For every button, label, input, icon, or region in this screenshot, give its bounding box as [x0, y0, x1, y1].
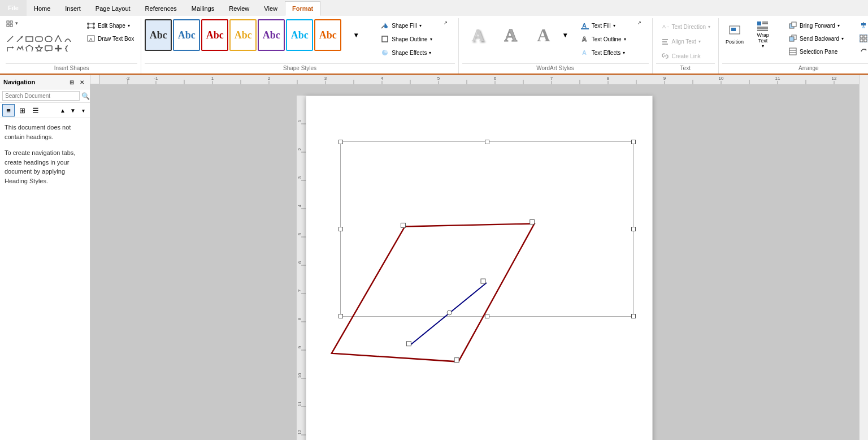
nav-down-button[interactable]: ▼ [68, 106, 77, 115]
align-text-button[interactable]: Align Text ▾ [657, 35, 714, 48]
freeform-tool[interactable] [15, 44, 24, 53]
text-direction-button[interactable]: A→ Text Direction ▾ [657, 20, 714, 33]
shape-style-7[interactable]: Abc [314, 19, 341, 51]
shape-style-4[interactable]: Abc [229, 19, 257, 51]
tab-view[interactable]: View [257, 1, 285, 16]
handle-top-left[interactable] [338, 140, 343, 144]
nav-dock-button[interactable]: ⊞ [67, 77, 76, 87]
nav-tab-headings[interactable]: ≡ [2, 104, 15, 117]
shape-style-3[interactable]: Abc [201, 19, 228, 51]
text-fill-button[interactable]: A Text Fill ▾ [577, 19, 630, 32]
text-fill-icon: A [580, 21, 589, 30]
handle-bottom-center[interactable] [485, 314, 489, 318]
svg-rect-101 [297, 96, 306, 440]
nav-tab-group: ≡ ⊞ ☰ [2, 104, 42, 117]
nav-options-button[interactable]: ▾ [79, 106, 88, 115]
nav-header: Navigation ⊞ ✕ [0, 75, 90, 89]
nav-tab-results[interactable]: ☰ [29, 104, 42, 117]
wrap-text-button[interactable]: Wrap Text ▾ [749, 19, 776, 49]
position-button[interactable]: Position [722, 19, 747, 49]
svg-rect-47 [789, 48, 796, 55]
plus-tool[interactable] [54, 44, 63, 53]
line-tool[interactable] [6, 34, 15, 43]
send-backward-button[interactable]: Send Backward ▾ [785, 32, 847, 45]
draw-text-box-button[interactable]: A Draw Text Box [83, 32, 137, 45]
nav-content: This document does not contain headings.… [0, 118, 90, 440]
handle-bottom-left[interactable] [338, 314, 343, 318]
bent-arrow-tool[interactable] [6, 44, 15, 53]
handle-top-right[interactable] [631, 140, 636, 144]
nav-up-button[interactable]: ▲ [58, 106, 67, 115]
rect-tool[interactable] [25, 34, 34, 43]
tab-home[interactable]: Home [27, 1, 58, 16]
pentagon-tool[interactable] [25, 44, 34, 53]
star-tool[interactable] [34, 44, 44, 53]
wordart-more[interactable]: ▾ [561, 19, 570, 51]
group-button[interactable]: Group ▾ [856, 32, 868, 45]
position-icon [727, 23, 743, 39]
tab-insert[interactable]: Insert [58, 1, 88, 16]
selection-pane-button[interactable]: Selection Pane [785, 45, 847, 58]
shape-style-5[interactable]: Abc [258, 19, 285, 51]
shape-styles-expand[interactable]: ↗ [437, 19, 455, 27]
callout-tool[interactable] [44, 44, 53, 53]
svg-marker-11 [12, 46, 14, 49]
text-outline-button[interactable]: A Text Outline ▾ [577, 33, 630, 45]
shape-style-more[interactable]: ▾ [342, 19, 370, 51]
tab-references[interactable]: References [138, 1, 184, 16]
svg-text:6: 6 [297, 261, 302, 264]
edit-shape-button[interactable]: Edit Shape ▾ [83, 19, 137, 32]
rounded-rect-tool[interactable] [34, 34, 44, 43]
triangle-tool[interactable] [54, 34, 63, 43]
svg-rect-46 [789, 37, 794, 41]
wordart-style-2[interactable]: A [495, 19, 527, 51]
arrow-tool[interactable] [15, 34, 24, 43]
document-area[interactable]: -2 -1 1 2 3 4 5 6 [90, 75, 859, 440]
rotate-button[interactable]: Rotate ▾ [856, 45, 868, 58]
align-button[interactable]: Align ▾ [856, 19, 868, 32]
wordart-style-3[interactable]: A [528, 19, 559, 51]
document-page[interactable]: Developerpublish.com [306, 96, 653, 440]
svg-point-19 [93, 27, 95, 29]
svg-point-18 [87, 27, 89, 29]
page-wrapper: 1 2 3 4 5 6 7 8 9 10 11 12 [285, 84, 664, 440]
tab-file[interactable]: File [0, 0, 27, 16]
shape-outline-button[interactable]: Shape Outline ▾ [377, 33, 435, 45]
wordart-content: A A A ▾ A Text Fill ▾ [462, 19, 649, 63]
svg-text:5: 5 [437, 76, 440, 81]
handle-bottom-right[interactable] [631, 314, 636, 318]
shape-style-1[interactable]: Abc [145, 19, 172, 51]
tab-format[interactable]: Format [285, 1, 320, 16]
bring-forward-button[interactable]: Bring Forward ▾ [785, 19, 847, 32]
handle-middle-left[interactable] [338, 227, 343, 231]
nav-tab-pages[interactable]: ⊞ [16, 104, 28, 117]
tab-review[interactable]: Review [222, 1, 257, 16]
shape-fill-button[interactable]: Shape Fill ▾ [377, 19, 435, 32]
shape-style-6[interactable]: Abc [286, 19, 313, 51]
shape-style-2[interactable]: Abc [173, 19, 200, 51]
search-input[interactable] [2, 91, 80, 101]
svg-text:9: 9 [663, 76, 666, 81]
ribbon-content: ▾ [0, 16, 868, 75]
tab-page-layout[interactable]: Page Layout [88, 1, 138, 16]
text-outline-icon: A [580, 34, 589, 44]
nav-close-button[interactable]: ✕ [77, 77, 86, 87]
brace-tool[interactable] [63, 44, 72, 53]
create-link-button[interactable]: Create Link [657, 50, 714, 62]
shape-effects-button[interactable]: Shape Effects ▾ [377, 46, 435, 59]
wordart-expand[interactable]: ↗ [631, 19, 649, 27]
handle-top-center[interactable] [485, 140, 489, 144]
svg-rect-53 [860, 35, 863, 38]
curve-tool[interactable] [63, 34, 72, 43]
ellipse-tool[interactable] [44, 34, 53, 43]
nav-controls: ⊞ ✕ [67, 77, 86, 87]
shape-grid-btn[interactable] [6, 19, 15, 28]
text-effects-button[interactable]: A Text Effects ▾ [577, 46, 630, 59]
ruler-container: -2 -1 1 2 3 4 5 6 [90, 75, 859, 84]
search-icon[interactable]: 🔍 [81, 92, 90, 100]
wordart-style-1[interactable]: A [462, 19, 494, 51]
ruler-svg: -2 -1 1 2 3 4 5 6 [99, 75, 859, 84]
handle-middle-right[interactable] [631, 227, 636, 231]
rotate-icon [859, 47, 868, 56]
tab-mailings[interactable]: Mailings [184, 1, 222, 16]
